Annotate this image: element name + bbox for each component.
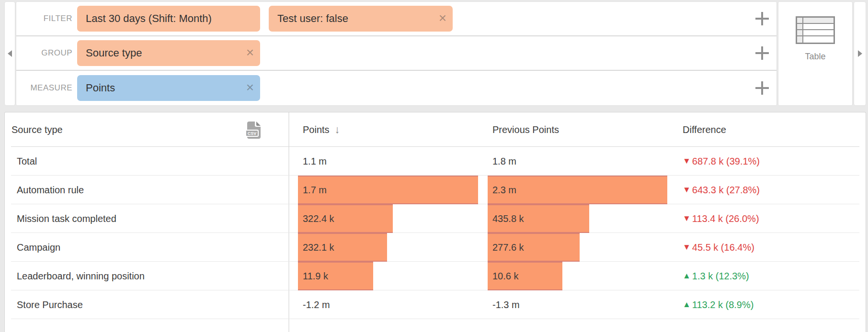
table-icon-cell xyxy=(797,36,803,43)
chevron-right-icon xyxy=(858,50,862,57)
table-icon-cell xyxy=(803,36,834,43)
table-viz-icon xyxy=(796,16,835,44)
difference-cell: ▲1.3 k (12.3%) xyxy=(683,262,749,290)
increase-icon: ▲ xyxy=(683,271,691,281)
filter-chip[interactable]: Source type× xyxy=(77,40,260,66)
query-row-label: FILTER xyxy=(16,2,72,35)
table-row: Mission task completed 322.4 k 435.8 k ▼… xyxy=(5,204,866,233)
previous-points-cell: 2.3 m xyxy=(492,176,516,204)
source-type-cell: Automation rule xyxy=(17,176,84,204)
filter-chip[interactable]: Test user: false× xyxy=(269,6,453,32)
chip-list: Last 30 days (Shift: Month)Test user: fa… xyxy=(77,2,453,35)
table-icon-cell xyxy=(797,24,803,30)
table-row: Store Purchase -1.2 m -1.3 m ▲113.2 k (8… xyxy=(5,290,866,319)
points-cell: 232.1 k xyxy=(303,233,334,262)
query-row-label: GROUP xyxy=(16,36,72,70)
difference-cell: ▼113.4 k (26.0%) xyxy=(683,204,759,233)
expand-right-button[interactable] xyxy=(854,1,866,106)
table-row: Leaderboard, winning position 11.9 k 10.… xyxy=(5,262,866,290)
remove-chip-icon[interactable]: × xyxy=(246,81,254,94)
table-row: Automation rule 1.7 m 2.3 m ▼643.3 k (27… xyxy=(5,176,866,204)
points-cell: 1.7 m xyxy=(303,176,327,204)
query-row: GROUP Source type× xyxy=(16,36,777,71)
add-item-button[interactable] xyxy=(752,77,773,99)
query-row: MEASURE Points× xyxy=(16,71,777,105)
query-row-label: MEASURE xyxy=(16,71,72,105)
points-cell: 11.9 k xyxy=(303,262,328,290)
table-icon-cell xyxy=(797,18,803,24)
decrease-icon: ▼ xyxy=(683,243,691,252)
points-cell: 1.1 m xyxy=(303,147,327,176)
difference-value: 113.4 k (26.0%) xyxy=(692,213,759,224)
source-type-cell: Store Purchase xyxy=(17,290,83,319)
query-builder-bar: FILTER Last 30 days (Shift: Month)Test u… xyxy=(0,1,868,106)
difference-cell: ▲113.2 k (8.9%) xyxy=(683,290,754,319)
chip-list: Points× xyxy=(77,71,260,105)
difference-value: 45.5 k (16.4%) xyxy=(692,242,754,253)
table-row: Total 1.1 m 1.8 m ▼687.8 k (39.1%) xyxy=(5,147,866,176)
filter-chip[interactable]: Last 30 days (Shift: Month) xyxy=(77,6,260,32)
table-icon-cell xyxy=(803,30,834,36)
difference-cell: ▼687.8 k (39.1%) xyxy=(683,147,760,176)
chip-label: Source type xyxy=(77,47,142,59)
chip-label: Last 30 days (Shift: Month) xyxy=(77,12,212,25)
previous-points-cell: -1.3 m xyxy=(492,290,520,319)
table-icon-cell xyxy=(803,24,834,30)
previous-points-cell: 435.8 k xyxy=(492,204,524,233)
svg-text:CSV: CSV xyxy=(248,131,257,136)
viz-selector[interactable]: Table xyxy=(778,1,853,106)
table-icon-cell xyxy=(803,18,834,24)
add-item-button[interactable] xyxy=(752,8,773,29)
filter-chip[interactable]: Points× xyxy=(77,75,260,101)
query-rows: FILTER Last 30 days (Shift: Month)Test u… xyxy=(16,2,777,105)
viz-selector-label: Table xyxy=(805,52,825,62)
source-type-cell: Total xyxy=(17,147,37,176)
difference-cell: ▼45.5 k (16.4%) xyxy=(683,233,754,262)
difference-cell: ▼643.3 k (27.8%) xyxy=(683,176,760,204)
export-csv-icon[interactable]: CSV xyxy=(244,121,263,141)
decrease-icon: ▼ xyxy=(683,214,691,223)
table-icon-cell xyxy=(797,30,803,36)
column-header-source-type[interactable]: Source type xyxy=(11,112,63,147)
points-cell: -1.2 m xyxy=(303,290,330,319)
add-item-button[interactable] xyxy=(752,43,773,64)
difference-value: 687.8 k (39.1%) xyxy=(692,156,760,167)
difference-value: 1.3 k (12.3%) xyxy=(692,271,749,282)
increase-icon: ▲ xyxy=(683,300,691,310)
points-cell: 322.4 k xyxy=(303,204,334,233)
column-header-points-label: Points xyxy=(303,124,330,135)
difference-value: 643.3 k (27.8%) xyxy=(692,185,760,196)
source-type-cell: Mission task completed xyxy=(17,204,116,233)
previous-points-cell: 10.6 k xyxy=(492,262,518,290)
remove-chip-icon[interactable]: × xyxy=(439,11,446,25)
column-header-points[interactable]: Points ↓ xyxy=(303,112,340,147)
table-header-row: Source type CSV Points ↓ Previous Points… xyxy=(5,112,866,147)
table-row: Campaign 232.1 k 277.6 k ▼45.5 k (16.4%) xyxy=(5,233,866,262)
chip-label: Points xyxy=(77,82,115,94)
remove-chip-icon[interactable]: × xyxy=(246,46,254,59)
decrease-icon: ▼ xyxy=(683,185,691,195)
table-body: Total 1.1 m 1.8 m ▼687.8 k (39.1%) Autom… xyxy=(5,147,866,319)
collapse-left-button[interactable] xyxy=(4,1,15,106)
source-type-cell: Campaign xyxy=(17,233,60,262)
column-header-previous-points[interactable]: Previous Points xyxy=(492,112,559,147)
decrease-icon: ▼ xyxy=(683,156,691,166)
difference-value: 113.2 k (8.9%) xyxy=(692,299,754,310)
query-row: FILTER Last 30 days (Shift: Month)Test u… xyxy=(16,2,777,36)
previous-points-cell: 1.8 m xyxy=(492,147,516,176)
sort-desc-icon: ↓ xyxy=(335,123,340,136)
report-table: Source type CSV Points ↓ Previous Points… xyxy=(4,112,866,332)
previous-points-cell: 277.6 k xyxy=(492,233,524,262)
column-header-difference[interactable]: Difference xyxy=(683,112,726,147)
chevron-left-icon xyxy=(8,50,12,57)
chip-label: Test user: false xyxy=(269,12,348,25)
source-type-cell: Leaderboard, winning position xyxy=(17,262,145,290)
chip-list: Source type× xyxy=(77,36,260,70)
query-builder: FILTER Last 30 days (Shift: Month)Test u… xyxy=(16,1,777,106)
